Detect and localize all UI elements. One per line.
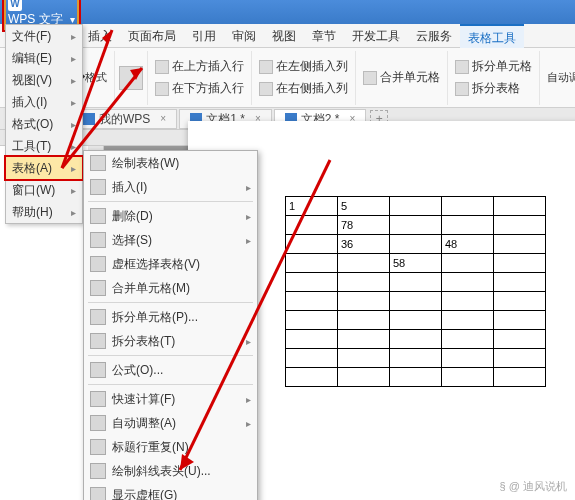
table-cell[interactable] [494,235,546,254]
table-cell[interactable]: 36 [338,235,390,254]
doctab-mywps[interactable]: 我的WPS× [72,109,177,129]
table-cell[interactable] [286,349,338,368]
table-cell[interactable] [286,273,338,292]
submenu-item[interactable]: 标题行重复(N) [84,435,257,459]
submenu-item[interactable]: 显示虚框(G) [84,483,257,500]
table-cell[interactable] [494,368,546,387]
table-cell[interactable] [286,368,338,387]
table-cell[interactable] [390,330,442,349]
table-cell[interactable]: 78 [338,216,390,235]
submenu-item[interactable]: 公式(O)... [84,358,257,382]
table-cell[interactable] [338,311,390,330]
table[interactable]: 1578364858 [285,196,546,387]
ribbon-col-left[interactable]: 在左侧插入列 [256,57,351,77]
menu-item[interactable]: 插入(I)▸ [6,91,82,113]
table-cell[interactable] [494,330,546,349]
table-cell[interactable] [338,349,390,368]
ribbon-split-cell[interactable]: 拆分单元格 [452,57,535,77]
table-cell[interactable] [442,311,494,330]
tab-chapter[interactable]: 章节 [304,24,344,48]
tab-insert[interactable]: 插入 [80,24,120,48]
table-cell[interactable] [442,292,494,311]
table-cell[interactable] [494,197,546,216]
table-cell[interactable] [494,349,546,368]
table-cell[interactable] [286,254,338,273]
table-cell[interactable] [338,273,390,292]
tab-view[interactable]: 视图 [264,24,304,48]
table-cell[interactable] [442,216,494,235]
ribbon-split-tbl[interactable]: 拆分表格 [452,79,535,99]
submenu-item[interactable]: 删除(D)▸ [84,204,257,228]
table-cell[interactable] [442,197,494,216]
table-cell[interactable] [390,273,442,292]
table-cell[interactable]: 1 [286,197,338,216]
table-cell[interactable] [390,311,442,330]
submenu-item[interactable]: 绘制表格(W) [84,151,257,175]
table-cell[interactable]: 58 [390,254,442,273]
table-cell[interactable] [494,311,546,330]
table-cell[interactable] [442,368,494,387]
menu-item[interactable]: 工具(T)▸ [6,135,82,157]
menu-item[interactable]: 帮助(H)▸ [6,201,82,223]
table-cell[interactable] [390,292,442,311]
submenu-item[interactable]: 插入(I)▸ [84,175,257,199]
ribbon-merge[interactable]: 合并单元格 [360,68,443,88]
table-cell[interactable] [338,330,390,349]
table-cell[interactable] [390,235,442,254]
tab-ref[interactable]: 引用 [184,24,224,48]
tab-tabletools[interactable]: 表格工具 [460,24,524,48]
table-cell[interactable] [494,216,546,235]
table-cell[interactable] [390,368,442,387]
table-cell[interactable] [338,254,390,273]
tab-review[interactable]: 审阅 [224,24,264,48]
submenu-item[interactable]: 快速计算(F)▸ [84,387,257,411]
table-cell[interactable] [442,330,494,349]
ribbon-col-right[interactable]: 在右侧插入列 [256,79,351,99]
menu-item[interactable]: 编辑(E)▸ [6,47,82,69]
delete-icon[interactable] [119,66,143,90]
col-right-icon [259,82,273,96]
submenu-item[interactable]: 虚框选择表格(V) [84,252,257,276]
table-cell[interactable] [442,349,494,368]
menu-item[interactable]: 窗口(W)▸ [6,179,82,201]
submenu-item[interactable]: 选择(S)▸ [84,228,257,252]
table-cell[interactable]: 5 [338,197,390,216]
table-cell[interactable] [442,273,494,292]
ribbon-row-below[interactable]: 在下方插入行 [152,79,247,99]
table-cell[interactable] [494,292,546,311]
submenu-item[interactable]: 绘制斜线表头(U)... [84,459,257,483]
submenu-item[interactable]: 合并单元格(M) [84,276,257,300]
menu-icon [90,439,106,455]
table-cell[interactable] [286,235,338,254]
table-cell[interactable] [494,273,546,292]
menu-item[interactable]: 文件(F)▸ [6,25,82,47]
tab-layout[interactable]: 页面布局 [120,24,184,48]
menu-item[interactable]: 格式(O)▸ [6,113,82,135]
table-cell[interactable] [494,254,546,273]
ribbon-tabs: 开始 插入 页面布局 引用 审阅 视图 章节 开发工具 云服务 表格工具 [0,24,575,48]
submenu-item[interactable]: 自动调整(A)▸ [84,411,257,435]
classic-menu: 文件(F)▸编辑(E)▸视图(V)▸插入(I)▸格式(O)▸工具(T)▸表格(A… [5,24,83,224]
table-cell[interactable] [390,216,442,235]
submenu-item[interactable]: 拆分表格(T)▸ [84,329,257,353]
ribbon-row-above[interactable]: 在上方插入行 [152,57,247,77]
table-cell[interactable] [390,349,442,368]
ribbon-auto[interactable]: 自动调整 [544,68,575,88]
table-cell[interactable] [286,292,338,311]
submenu-item[interactable]: 拆分单元格(P)... [84,305,257,329]
table-cell[interactable] [286,311,338,330]
table-cell[interactable] [286,330,338,349]
tab-cloud[interactable]: 云服务 [408,24,460,48]
split-tbl-icon [455,82,469,96]
tab-dev[interactable]: 开发工具 [344,24,408,48]
table-cell[interactable] [338,368,390,387]
table-cell[interactable] [390,197,442,216]
table-cell[interactable]: 48 [442,235,494,254]
close-icon[interactable]: × [160,109,166,129]
menu-item[interactable]: 视图(V)▸ [6,69,82,91]
table-cell[interactable] [338,292,390,311]
table-cell[interactable] [286,216,338,235]
col-left-icon [259,60,273,74]
table-cell[interactable] [442,254,494,273]
menu-item[interactable]: 表格(A)▸ [6,157,82,179]
